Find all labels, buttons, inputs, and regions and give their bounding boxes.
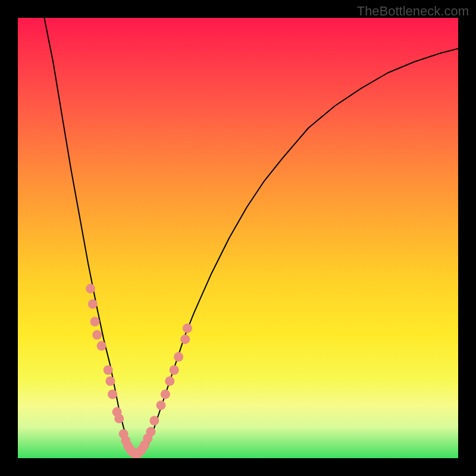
watermark-text: TheBottleneck.com — [357, 4, 469, 19]
svg-point-21 — [146, 427, 155, 437]
svg-point-29 — [183, 324, 192, 333]
svg-point-25 — [165, 377, 174, 386]
svg-point-4 — [97, 341, 107, 350]
svg-point-22 — [149, 416, 159, 425]
bottleneck-curve — [44, 18, 458, 454]
svg-point-23 — [156, 400, 166, 410]
svg-point-28 — [180, 334, 190, 344]
svg-point-0 — [86, 284, 95, 293]
chart-container: TheBottleneck.com — [0, 0, 476, 476]
data-markers — [86, 284, 192, 458]
svg-point-7 — [108, 390, 117, 399]
svg-point-26 — [170, 365, 179, 375]
svg-point-27 — [174, 352, 183, 362]
svg-point-6 — [105, 377, 115, 386]
svg-point-1 — [88, 299, 98, 309]
svg-point-2 — [90, 317, 100, 327]
chart-svg — [18, 18, 458, 458]
plot-area — [18, 18, 458, 458]
svg-point-5 — [104, 365, 113, 375]
svg-point-3 — [92, 330, 102, 340]
svg-point-9 — [114, 414, 124, 423]
svg-point-24 — [161, 390, 170, 399]
